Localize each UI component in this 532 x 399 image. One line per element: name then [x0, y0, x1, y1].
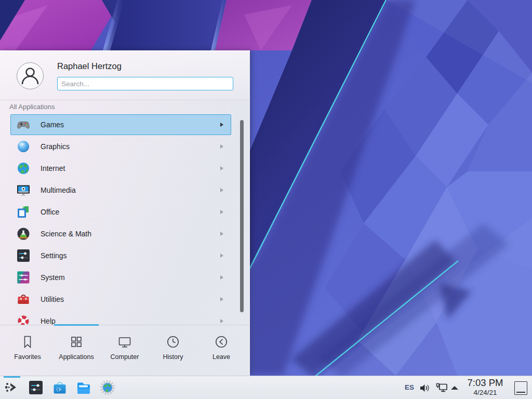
- menu-item-multimedia[interactable]: Multimedia: [0, 179, 239, 201]
- documents-icon: [17, 205, 30, 219]
- submenu-arrow-icon: [220, 144, 223, 149]
- volume-icon[interactable]: [419, 382, 431, 394]
- menu-item-label: Help: [41, 310, 56, 325]
- tab-leave[interactable]: Leave: [196, 325, 246, 376]
- network-icon[interactable]: [435, 382, 449, 394]
- flask-icon: [17, 227, 30, 241]
- desktop: Raphael Hertzog All Applications Games: [0, 0, 532, 399]
- application-launcher-icon[interactable]: [4, 379, 20, 396]
- menu-item-games[interactable]: Games: [0, 114, 239, 136]
- tab-label: History: [148, 353, 198, 361]
- menu-item-label: Multimedia: [41, 179, 76, 201]
- menu-item-graphics[interactable]: Graphics: [0, 136, 239, 157]
- submenu-arrow-icon: [220, 297, 223, 301]
- menu-item-label: System: [41, 267, 65, 288]
- show-desktop-button[interactable]: [514, 381, 527, 395]
- submenu-arrow-icon: [220, 319, 223, 323]
- app-grid-icon: [69, 334, 84, 350]
- submenu-arrow-icon: [220, 123, 223, 127]
- menu-item-label: Office: [41, 201, 59, 223]
- expand-tray-icon[interactable]: [451, 386, 458, 390]
- menu-item-system[interactable]: System: [0, 267, 239, 288]
- lifering-icon: [17, 314, 30, 325]
- menu-item-help[interactable]: Help: [0, 310, 239, 325]
- discover-software-center-icon[interactable]: [51, 379, 68, 396]
- menu-item-label: Graphics: [41, 136, 70, 157]
- bookmark-icon: [20, 334, 35, 350]
- launcher-tabbar: Favorites Applications Computer: [0, 325, 249, 376]
- clock-date: 4/24/21: [460, 389, 510, 397]
- web-browser-icon[interactable]: [99, 379, 116, 396]
- tab-label: Applications: [51, 353, 101, 361]
- tab-favorites[interactable]: Favorites: [3, 325, 52, 376]
- submenu-arrow-icon: [220, 166, 223, 170]
- taskbar-panel: ES 7:03 PM 4/24/21: [0, 376, 532, 399]
- launcher-header: Raphael Hertzog: [0, 51, 249, 100]
- sphere-icon: [17, 140, 30, 153]
- application-category-list: Games Graphics: [0, 114, 239, 325]
- menu-item-label: Internet: [41, 157, 65, 179]
- toolbox-icon: [17, 292, 30, 306]
- clock-icon: [165, 334, 181, 350]
- monitor-play-icon: [17, 183, 30, 197]
- tab-label: Computer: [100, 353, 150, 361]
- system-sliders-icon: [17, 271, 30, 284]
- menu-item-science-math[interactable]: Science & Math: [0, 223, 239, 245]
- submenu-arrow-icon: [220, 275, 223, 280]
- submenu-arrow-icon: [220, 210, 223, 214]
- globe-icon: [17, 162, 30, 175]
- tab-computer[interactable]: Computer: [100, 325, 150, 376]
- system-settings-icon[interactable]: [28, 379, 44, 396]
- leave-icon: [214, 334, 229, 350]
- user-avatar[interactable]: [17, 62, 44, 89]
- tab-label: Favorites: [3, 353, 52, 361]
- menu-item-label: Settings: [41, 245, 67, 267]
- digital-clock[interactable]: 7:03 PM 4/24/21: [460, 377, 510, 397]
- menu-scrollbar[interactable]: [240, 120, 244, 312]
- menu-item-office[interactable]: Office: [0, 201, 239, 223]
- menu-item-utilities[interactable]: Utilities: [0, 288, 239, 310]
- tab-history[interactable]: History: [148, 325, 198, 376]
- user-icon: [17, 63, 43, 89]
- application-launcher-popup: Raphael Hertzog All Applications Games: [0, 50, 250, 376]
- computer-icon: [117, 334, 132, 350]
- gamepad-icon: [17, 118, 30, 131]
- clock-time: 7:03 PM: [460, 377, 510, 389]
- menu-item-label: Utilities: [41, 288, 64, 310]
- menu-item-internet[interactable]: Internet: [0, 157, 239, 179]
- file-manager-icon[interactable]: [75, 379, 92, 396]
- menu-item-label: Games: [41, 114, 64, 136]
- keyboard-layout-indicator[interactable]: ES: [405, 383, 414, 391]
- menu-item-label: Science & Math: [41, 223, 91, 245]
- user-name: Raphael Hertzog: [57, 61, 122, 71]
- menu-item-settings[interactable]: Settings: [0, 245, 239, 267]
- sliders-icon: [17, 249, 30, 262]
- tab-applications[interactable]: Applications: [51, 325, 101, 376]
- launcher-active-indicator: [4, 376, 20, 378]
- submenu-arrow-icon: [220, 188, 223, 192]
- tab-label: Leave: [196, 353, 246, 361]
- search-input[interactable]: [57, 77, 233, 90]
- submenu-arrow-icon: [220, 232, 223, 236]
- section-label: All Applications: [9, 103, 55, 111]
- submenu-arrow-icon: [220, 254, 223, 258]
